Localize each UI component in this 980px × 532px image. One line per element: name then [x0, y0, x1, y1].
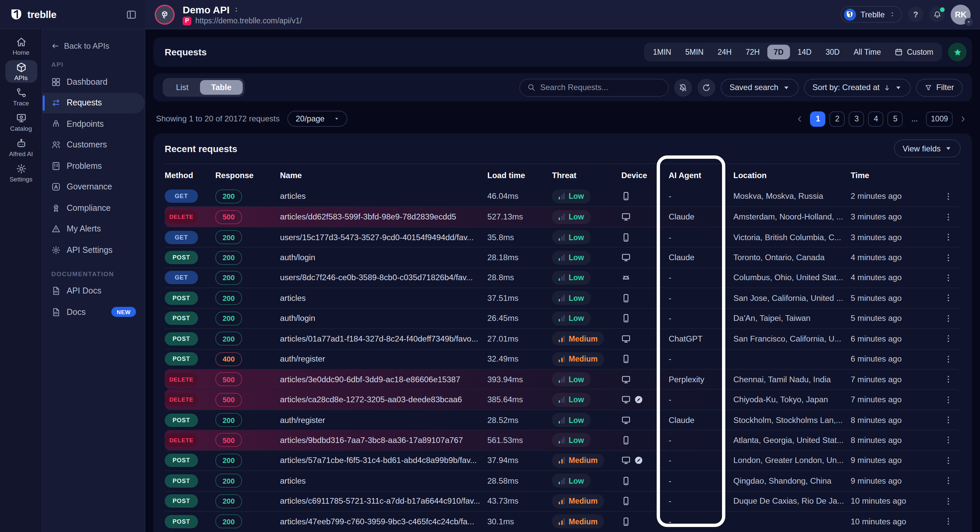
- sidebar-item-problems[interactable]: Problems: [43, 155, 145, 177]
- sidebar-item-dashboard[interactable]: Dashboard: [43, 72, 145, 92]
- column-header-load-time[interactable]: Load time: [487, 170, 552, 180]
- sidebar-item-customers[interactable]: Customers: [43, 134, 145, 155]
- table-row[interactable]: POST 200 articles/47eeb799-c760-3959-9bc…: [165, 511, 961, 531]
- page-size-select[interactable]: 20/page: [288, 111, 347, 127]
- rail-item-catalog[interactable]: Catalog: [2, 111, 40, 134]
- filter-button[interactable]: Filter: [916, 78, 963, 96]
- row-menu-icon[interactable]: [944, 253, 953, 262]
- column-header-threat[interactable]: Threat: [552, 170, 621, 180]
- sidebar-item-my-alerts[interactable]: My Alerts: [43, 218, 145, 239]
- next-page-icon[interactable]: [959, 115, 967, 123]
- table-row[interactable]: POST 200 auth/login 28.18ms Low Claude T…: [165, 247, 961, 268]
- row-menu-icon[interactable]: [944, 212, 953, 221]
- time-range-all-time[interactable]: All Time: [847, 45, 888, 59]
- page-button-2[interactable]: 2: [830, 111, 845, 126]
- search-box[interactable]: [519, 78, 669, 96]
- row-menu-icon[interactable]: [944, 355, 953, 363]
- table-row[interactable]: POST 200 articles/c6911785-5721-311c-a7d…: [165, 491, 961, 511]
- page-button-4[interactable]: 4: [868, 111, 884, 126]
- row-menu-icon[interactable]: [944, 274, 953, 282]
- rail-item-trace[interactable]: Trace: [2, 85, 40, 108]
- time-range-14d[interactable]: 14D: [791, 45, 818, 59]
- column-header-device[interactable]: Device: [621, 170, 669, 180]
- row-menu-icon[interactable]: [944, 395, 953, 404]
- time-range-24h[interactable]: 24H: [711, 45, 738, 59]
- table-row[interactable]: POST 200 articles/01a77ad1-f184-327d-8c2…: [165, 328, 961, 349]
- sidebar-item-endpoints[interactable]: Endpoints: [43, 113, 145, 134]
- rail-item-home[interactable]: Home: [2, 35, 40, 57]
- api-switcher-icon[interactable]: [234, 6, 240, 13]
- sidebar-item-docs[interactable]: Docs NEW: [43, 301, 145, 323]
- row-menu-icon[interactable]: [944, 294, 953, 303]
- mute-alerts-button[interactable]: [674, 78, 692, 96]
- prev-page-icon[interactable]: [796, 115, 803, 123]
- view-toggle-table[interactable]: Table: [200, 80, 243, 95]
- notifications-button[interactable]: [929, 7, 945, 22]
- page-button-1[interactable]: 1: [810, 111, 826, 126]
- table-row[interactable]: GET 200 articles 46.04ms Low - Moskva, M…: [165, 186, 961, 207]
- sidebar-item-requests[interactable]: Requests: [43, 92, 145, 113]
- time-range-1min[interactable]: 1MIN: [646, 45, 678, 59]
- sidebar-item-api-docs[interactable]: API Docs: [43, 280, 145, 301]
- favorite-button[interactable]: [948, 43, 967, 61]
- table-row[interactable]: POST 200 articles 28.58ms Low - Qingdao,…: [165, 470, 961, 491]
- time-range-custom[interactable]: Custom: [888, 45, 940, 59]
- row-menu-icon[interactable]: [944, 334, 953, 343]
- table-row[interactable]: POST 200 auth/register 28.52ms Low Claud…: [165, 409, 961, 430]
- column-header-response[interactable]: Response: [215, 170, 280, 180]
- sidebar-item-compliance[interactable]: Compliance: [43, 198, 145, 218]
- row-menu-icon[interactable]: [944, 456, 953, 465]
- search-input[interactable]: [540, 83, 661, 92]
- sidebar-item-governance[interactable]: Governance: [43, 177, 145, 198]
- time-range-30d[interactable]: 30D: [819, 45, 846, 59]
- sidebar-item-api-settings[interactable]: API Settings: [43, 239, 145, 261]
- table-row[interactable]: POST 200 articles 37.51ms Low - San Jose…: [165, 288, 961, 308]
- row-menu-icon[interactable]: [944, 375, 953, 384]
- page-button-1009[interactable]: 1009: [926, 111, 953, 126]
- table-row[interactable]: POST 200 articles/57a71cbe-f6f5-31c4-bd6…: [165, 450, 961, 470]
- help-button[interactable]: ?: [908, 7, 923, 22]
- table-row[interactable]: DELETE 500 articles/ca28cd8e-1272-3205-a…: [165, 389, 961, 409]
- method-badge: DELETE: [165, 373, 198, 386]
- user-avatar[interactable]: RK: [951, 4, 970, 24]
- collapse-sidebar-icon[interactable]: [126, 9, 137, 20]
- row-menu-icon[interactable]: [944, 416, 953, 424]
- treblle-logo[interactable]: treblle: [10, 8, 56, 21]
- device-icons: [621, 314, 669, 323]
- table-row[interactable]: GET 200 users/15c177d3-5473-3527-9cd0-40…: [165, 227, 961, 247]
- table-row[interactable]: DELETE 500 articles/3e0ddc90-6dbf-3dd9-a…: [165, 369, 961, 389]
- row-menu-icon[interactable]: [944, 233, 953, 242]
- rail-item-settings[interactable]: Settings: [2, 161, 40, 184]
- column-header-location[interactable]: Location: [733, 170, 851, 180]
- rail-item-alfred-ai[interactable]: Alfred AI: [2, 136, 40, 159]
- table-row[interactable]: POST 400 auth/register 32.49ms Medium - …: [165, 349, 961, 369]
- column-header-method[interactable]: Method: [165, 170, 215, 180]
- workspace-switcher[interactable]: Treblle: [841, 6, 902, 23]
- rail-item-apis[interactable]: APIs: [5, 60, 37, 83]
- time-range-5min[interactable]: 5MIN: [679, 45, 710, 59]
- row-menu-icon[interactable]: [944, 314, 953, 323]
- row-menu-icon[interactable]: [944, 517, 953, 526]
- row-menu-icon[interactable]: [944, 192, 953, 201]
- refresh-button[interactable]: [697, 78, 715, 96]
- back-to-apis-link[interactable]: Back to APIs: [43, 41, 145, 51]
- table-row[interactable]: DELETE 500 articles/dd62f583-599f-3bfd-9…: [165, 207, 961, 227]
- row-menu-icon[interactable]: [944, 497, 953, 506]
- page-button-5[interactable]: 5: [888, 111, 903, 126]
- column-header-time[interactable]: Time: [851, 170, 931, 180]
- table-row[interactable]: POST 200 auth/login 26.45ms Low - Da'An,…: [165, 308, 961, 328]
- api-name[interactable]: Demo API: [183, 4, 230, 15]
- row-menu-icon[interactable]: [944, 436, 953, 444]
- table-row[interactable]: DELETE 500 articles/9bdbd316-7aa7-3bc8-a…: [165, 430, 961, 450]
- time-range-7d[interactable]: 7D: [767, 45, 790, 59]
- row-menu-icon[interactable]: [944, 477, 953, 485]
- sort-by-button[interactable]: Sort by: Created at: [803, 78, 911, 96]
- page-button-3[interactable]: 3: [849, 111, 864, 126]
- view-fields-button[interactable]: View fields: [894, 139, 961, 158]
- saved-search-button[interactable]: Saved search: [721, 78, 798, 96]
- time-range-72h[interactable]: 72H: [739, 45, 766, 59]
- view-toggle-list[interactable]: List: [165, 80, 200, 95]
- column-header-ai-agent[interactable]: AI Agent: [669, 170, 733, 180]
- column-header-name[interactable]: Name: [280, 170, 487, 180]
- table-row[interactable]: GET 200 users/8dc7f246-ce0b-3589-8cb0-c0…: [165, 268, 961, 288]
